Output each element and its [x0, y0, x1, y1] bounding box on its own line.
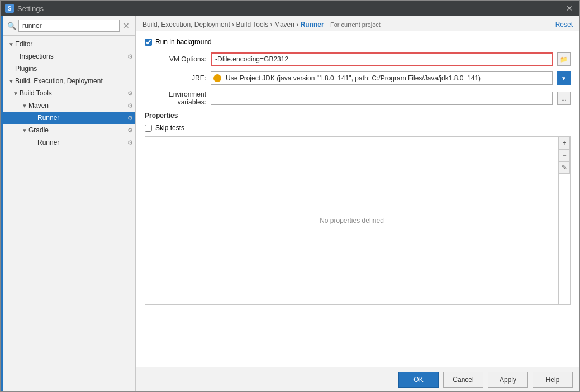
remove-property-button[interactable]: − [559, 149, 570, 161]
tree-item-gradle-runner[interactable]: Runner ⚙ [3, 136, 135, 149]
right-header: Build, Execution, Deployment › Build Too… [136, 16, 579, 31]
vm-options-input[interactable] [211, 52, 553, 66]
tree-label-plugins: Plugins [15, 65, 37, 73]
ok-button[interactable]: OK [398, 372, 439, 388]
env-vars-browse-button[interactable]: ... [557, 92, 571, 105]
left-panel: 🔍 ✕ ▼ Editor Inspections ⚙ [3, 16, 136, 391]
cancel-button[interactable]: Cancel [443, 372, 483, 388]
tree-item-maven[interactable]: ▼ Maven ⚙ [3, 99, 135, 112]
run-in-background-checkbox[interactable] [145, 39, 152, 46]
tree-label-build-tools: Build Tools [20, 89, 52, 97]
env-vars-label: Environment variables: [145, 90, 206, 106]
env-vars-input[interactable] [211, 92, 553, 105]
vm-options-label: VM Options: [145, 55, 206, 63]
folder-icon: 📁 [560, 56, 568, 63]
window-title: Settings [17, 4, 44, 13]
jre-value: Use Project JDK (java version "1.8.0_141… [226, 74, 481, 82]
tree-item-gradle[interactable]: ▼ Gradle ⚙ [3, 124, 135, 136]
search-input[interactable] [18, 20, 120, 32]
expand-icon-bed: ▼ [7, 78, 15, 84]
apply-button[interactable]: Apply [488, 372, 528, 388]
jre-row: JRE: Use Project JDK (java version "1.8.… [145, 71, 571, 85]
tree-item-build-exec-deploy[interactable]: ▼ Build, Execution, Deployment [3, 75, 135, 87]
skip-tests-label: Skip tests [155, 124, 184, 132]
settings-window: S Settings ✕ 🔍 ✕ ▼ Editor [0, 0, 580, 392]
right-panel: Build, Execution, Deployment › Build Too… [136, 16, 579, 391]
tree-label-gradle: Gradle [28, 126, 49, 134]
expand-icon-build-tools: ▼ [12, 90, 20, 97]
tree-label-runner: Runner [37, 114, 59, 122]
run-in-background-label: Run in background [155, 38, 212, 46]
skip-tests-row: Skip tests [145, 124, 571, 132]
app-icon: S [5, 4, 14, 13]
jre-label: JRE: [145, 74, 206, 82]
jre-select[interactable]: Use Project JDK (java version "1.8.0_141… [211, 71, 553, 85]
vm-options-browse-button[interactable]: 📁 [557, 52, 571, 66]
search-bar: 🔍 ✕ [3, 16, 135, 36]
tree-label-gradle-runner: Runner [37, 138, 59, 146]
env-vars-row: Environment variables: ... [145, 90, 571, 106]
help-button[interactable]: Help [533, 372, 573, 388]
search-clear-button[interactable]: ✕ [122, 21, 131, 30]
reset-link[interactable]: Reset [555, 21, 573, 28]
expand-icon-gradle: ▼ [21, 127, 28, 133]
content-area: 🔍 ✕ ▼ Editor Inspections ⚙ [1, 16, 579, 391]
properties-empty-label: No properties defined [145, 137, 558, 304]
gradle-runner-sync-icon: ⚙ [127, 139, 133, 146]
title-bar: S Settings ✕ [1, 1, 579, 16]
edit-property-button[interactable]: ✎ [559, 161, 570, 174]
search-icon: 🔍 [7, 22, 16, 30]
tree-item-inspections[interactable]: Inspections ⚙ [3, 50, 135, 63]
ellipsis-icon: ... [561, 95, 566, 102]
bottom-bar: OK Cancel Apply Help [136, 367, 579, 391]
properties-table: No properties defined + − ✎ [145, 136, 571, 305]
runner-sync-icon: ⚙ [127, 114, 133, 122]
skip-tests-checkbox[interactable] [145, 125, 152, 132]
maven-sync-icon: ⚙ [127, 102, 133, 109]
expand-icon-maven: ▼ [21, 103, 28, 109]
jre-select-inner: Use Project JDK (java version "1.8.0_141… [213, 74, 550, 82]
tree-item-editor[interactable]: ▼ Editor [3, 38, 135, 50]
gradle-sync-icon: ⚙ [127, 127, 133, 134]
tree-item-build-tools[interactable]: ▼ Build Tools ⚙ [3, 87, 135, 99]
properties-title: Properties [145, 112, 571, 119]
vm-options-row: VM Options: 📁 [145, 52, 571, 66]
tree-label-editor: Editor [15, 40, 32, 48]
tree-label-maven: Maven [28, 102, 49, 109]
expand-icon-editor: ▼ [7, 41, 15, 47]
properties-toolbar: + − ✎ [558, 137, 570, 304]
close-button[interactable]: ✕ [564, 3, 575, 14]
project-label: For current project [330, 21, 381, 28]
run-in-background-row: Run in background [145, 38, 571, 46]
tree-label-bed: Build, Execution, Deployment [15, 77, 103, 85]
jre-dropdown-button[interactable]: ▼ [557, 71, 571, 85]
breadcrumb-path: Build, Execution, Deployment › Build Too… [142, 21, 326, 28]
tree-item-runner[interactable]: Runner ⚙ [3, 112, 135, 124]
title-bar-left: S Settings [5, 4, 44, 13]
right-content: Run in background VM Options: 📁 JRE: [136, 31, 579, 367]
tree-label-inspections: Inspections [20, 52, 54, 60]
breadcrumb: Build, Execution, Deployment › Build Too… [142, 21, 381, 28]
inspections-sync-icon: ⚙ [127, 53, 133, 60]
tree-item-plugins[interactable]: Plugins [3, 63, 135, 75]
jdk-icon [213, 74, 221, 82]
add-property-button[interactable]: + [559, 137, 570, 149]
settings-tree: ▼ Editor Inspections ⚙ Plugins ▼ Buil [3, 36, 135, 391]
build-tools-sync-icon: ⚙ [127, 90, 133, 97]
